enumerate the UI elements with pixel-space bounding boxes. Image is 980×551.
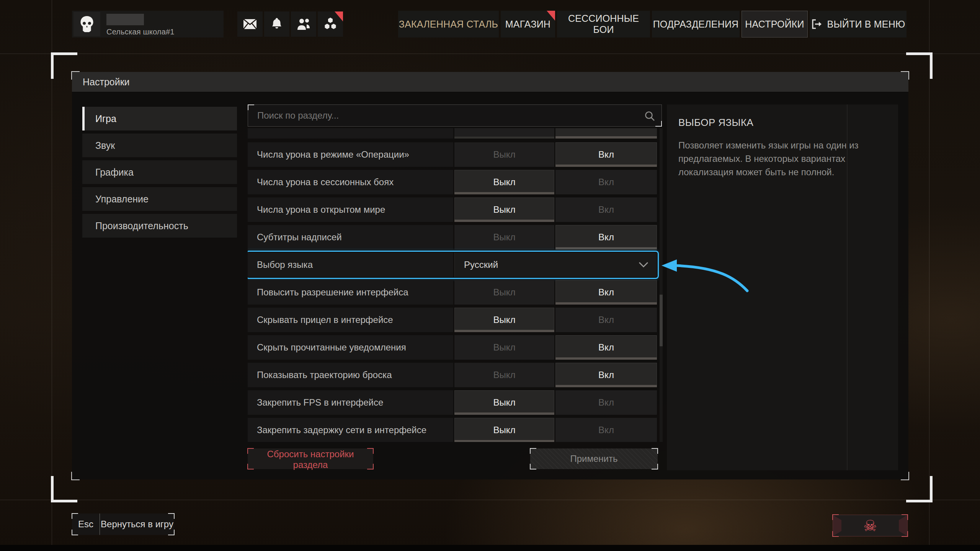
mail-button[interactable] xyxy=(237,11,263,37)
setting-description-panel: ВЫБОР ЯЗЫКА Позволяет изменить язык игры… xyxy=(667,104,898,470)
clan-name: Сельская школа#1 xyxy=(106,28,175,36)
notifications-button[interactable] xyxy=(264,11,289,37)
setting-label: Закрепить FPS в интерфейсе xyxy=(248,390,453,415)
settings-row: Повысить разрешение интерфейса Выкл Вкл xyxy=(248,280,657,305)
toggle-on-button[interactable]: Вкл xyxy=(555,197,657,222)
corner-bracket xyxy=(530,464,536,469)
frame-bracket-bottom-left xyxy=(51,476,77,502)
bevel xyxy=(833,515,841,536)
corner-bracket xyxy=(652,464,658,469)
sidebar-item-label: Управление xyxy=(95,194,149,205)
nav-divisions[interactable]: ПОДРАЗДЕЛЕНИЯ xyxy=(652,11,740,37)
setting-label: Числа урона в открытом мире xyxy=(248,197,453,222)
nav-settings[interactable]: НАСТРОЙКИ xyxy=(742,11,808,37)
friends-icon xyxy=(296,18,311,30)
setting-label: Повысить разрешение интерфейса xyxy=(248,280,453,305)
nav-exit-to-menu[interactable]: ВЫЙТИ В МЕНЮ xyxy=(810,11,906,37)
language-dropdown[interactable]: Русский xyxy=(454,253,657,277)
toggle-on-button[interactable]: Вкл xyxy=(555,335,657,360)
toggle-off-button[interactable]: Выкл xyxy=(454,225,554,249)
setting-label: Выбор языка xyxy=(248,253,453,277)
description-title: ВЫБОР ЯЗЫКА xyxy=(678,117,885,129)
toggle-off-button[interactable]: Выкл xyxy=(454,390,554,415)
clipped-row xyxy=(248,128,657,139)
skull-crossbones-icon: ☠ xyxy=(863,518,877,533)
exit-icon xyxy=(811,19,822,29)
toggle-off-button[interactable]: Выкл xyxy=(454,363,554,387)
toggle-off-button[interactable]: Выкл xyxy=(454,280,554,305)
settings-rows: Числа урона в режиме «Операции» Выкл Вкл… xyxy=(248,142,662,442)
esc-key-label: Esc xyxy=(72,519,100,530)
toggle-off-button[interactable]: Выкл xyxy=(454,335,554,360)
setting-label: Субтитры надписей xyxy=(248,225,453,249)
toggle-off-button[interactable]: Выкл xyxy=(454,197,554,222)
search-input[interactable] xyxy=(248,105,662,126)
reset-label: Сбросить настройки раздела xyxy=(267,449,354,470)
settings-row: Числа урона в режиме «Операции» Выкл Вкл xyxy=(248,142,657,167)
setting-label: Показывать траекторию броска xyxy=(248,363,453,387)
section-search xyxy=(248,104,662,127)
toggle-off-button[interactable]: Выкл xyxy=(454,142,554,167)
corner-bracket xyxy=(530,448,536,454)
toggle-on-button[interactable]: Вкл xyxy=(555,170,657,194)
frame-line-top xyxy=(0,54,980,54)
sidebar-item-label: Звук xyxy=(95,140,115,151)
settings-row: Показывать траекторию броска Выкл Вкл xyxy=(248,363,657,387)
sidebar-item-performance[interactable]: Производительность xyxy=(82,214,237,238)
corner-bracket xyxy=(652,448,658,454)
settings-row: Скрыть прочитанные уведомления Выкл Вкл xyxy=(248,335,657,360)
nav-session-battles[interactable]: СЕССИОННЫЕ БОИ xyxy=(557,11,650,37)
nav-shop[interactable]: МАГАЗИН xyxy=(501,11,555,37)
settings-row: Числа урона в сессионных боях Выкл Вкл xyxy=(248,170,657,194)
player-plate[interactable]: Сельская школа#1 xyxy=(72,11,224,37)
redacted-nickname xyxy=(106,14,144,25)
settings-panel: Настройки Игра Звук Графика Управление П… xyxy=(72,72,908,479)
sidebar-item-game[interactable]: Игра xyxy=(82,107,237,130)
search-icon xyxy=(644,110,655,122)
bell-icon xyxy=(271,18,283,31)
toggle-off-button[interactable]: Выкл xyxy=(454,418,554,442)
toggle-off-button[interactable]: Выкл xyxy=(454,170,554,194)
toggle-on-button[interactable]: Вкл xyxy=(555,390,657,415)
return-label: Вернуться в игру xyxy=(100,519,174,530)
nav-tempered-steel[interactable]: ЗАКАЛЕННАЯ СТАЛЬ xyxy=(398,11,499,37)
return-to-game-button[interactable]: Esc Вернуться в игру xyxy=(72,514,174,535)
setting-label: Закрепить задержку сети в интерфейсе xyxy=(248,418,453,442)
toggle-off-button[interactable]: Выкл xyxy=(454,308,554,332)
frame-line-left xyxy=(52,0,52,551)
toggle-on-button[interactable]: Вкл xyxy=(555,418,657,442)
frame-line-bottom xyxy=(0,500,980,500)
sidebar-item-graphics[interactable]: Графика xyxy=(82,160,237,184)
frame-bracket-top-right xyxy=(906,52,933,79)
corner-bracket xyxy=(168,530,175,535)
nav-label: СЕССИОННЫЕ БОИ xyxy=(557,13,650,35)
danger-skull-button[interactable]: ☠ xyxy=(833,515,908,536)
sidebar-item-sound[interactable]: Звук xyxy=(82,134,237,157)
sidebar-item-label: Игра xyxy=(95,113,116,124)
sidebar-item-label: Производительность xyxy=(95,220,188,231)
panel-title: Настройки xyxy=(83,77,130,88)
toggle-on-button[interactable]: Вкл xyxy=(555,280,657,305)
settings-row: Закрепить задержку сети в интерфейсе Вык… xyxy=(248,418,657,442)
squad-button[interactable] xyxy=(318,11,343,37)
setting-label: Числа урона в режиме «Операции» xyxy=(248,142,453,167)
nav-label: ЗАКАЛЕННАЯ СТАЛЬ xyxy=(399,19,498,30)
settings-row: Числа урона в открытом мире Выкл Вкл xyxy=(248,197,657,222)
settings-sidebar: Игра Звук Графика Управление Производите… xyxy=(82,107,237,241)
description-scroll-track xyxy=(847,104,848,470)
apply-button[interactable]: Применить xyxy=(530,448,658,469)
scrollbar-thumb[interactable] xyxy=(660,295,663,346)
sidebar-item-controls[interactable]: Управление xyxy=(82,187,237,211)
toggle-on-button[interactable]: Вкл xyxy=(555,363,657,387)
list-scrollbar[interactable] xyxy=(660,128,663,442)
corner-bracket xyxy=(247,464,254,469)
toggle-on-button[interactable]: Вкл xyxy=(555,225,657,249)
friends-button[interactable] xyxy=(291,11,316,37)
setting-label: Числа урона в сессионных боях xyxy=(248,170,453,194)
toggle-on-button[interactable]: Вкл xyxy=(555,142,657,167)
bevel xyxy=(899,515,907,536)
panel-header: Настройки xyxy=(72,72,908,92)
settings-list: Числа урона в режиме «Операции» Выкл Вкл… xyxy=(248,128,662,442)
toggle-on-button[interactable]: Вкл xyxy=(555,308,657,332)
reset-section-button[interactable]: Сбросить настройки раздела xyxy=(248,448,373,469)
